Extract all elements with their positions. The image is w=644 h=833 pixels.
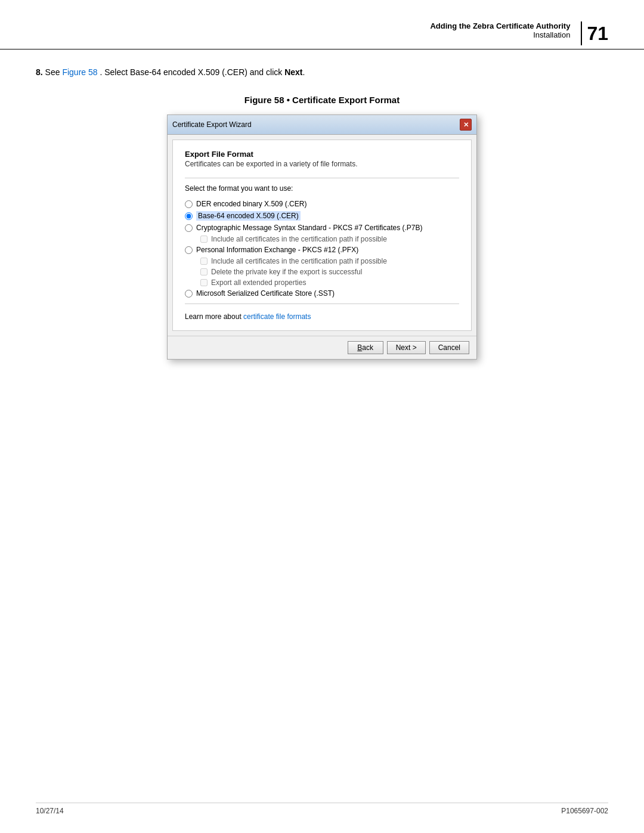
- radio-pkcs7-input[interactable]: [185, 224, 193, 232]
- divider-bottom: [185, 304, 459, 304]
- pfx-suboption-2: Delete the private key if the export is …: [200, 268, 459, 276]
- figure-link[interactable]: Figure 58: [62, 67, 97, 77]
- radio-der-label[interactable]: DER encoded binary X.509 (.CER): [196, 200, 306, 208]
- dialog-title: Certificate Export Wizard: [172, 120, 252, 129]
- pfx-suboption-3-checkbox[interactable]: [200, 279, 208, 286]
- page-header: Adding the Zebra Certificate Authority I…: [0, 0, 644, 49]
- close-button[interactable]: ✕: [460, 119, 472, 131]
- dialog-footer: Back Next > Cancel: [168, 336, 476, 359]
- dialog-body: Export File Format Certificates can be e…: [172, 140, 472, 331]
- p7b-suboption-checkbox[interactable]: [200, 236, 208, 243]
- pfx-suboption-1-checkbox[interactable]: [200, 258, 208, 265]
- radio-base64: Base-64 encoded X.509 (.CER): [185, 211, 459, 221]
- learn-more-link[interactable]: certificate file formats: [243, 312, 311, 321]
- pfx-suboption-1: Include all certificates in the certific…: [200, 257, 459, 265]
- pfx-suboption-1-label: Include all certificates in the certific…: [211, 257, 387, 265]
- pfx-suboption-2-label: Delete the private key if the export is …: [211, 268, 362, 276]
- radio-base64-label[interactable]: Base-64 encoded X.509 (.CER): [196, 211, 301, 221]
- footer-right: P1065697-002: [561, 807, 608, 815]
- page-footer: 10/27/14 P1065697-002: [36, 803, 608, 815]
- next-button[interactable]: Next >: [387, 341, 426, 354]
- radio-pfx-input[interactable]: [185, 246, 193, 254]
- radio-pkcs7: Cryptographic Message Syntax Standard - …: [185, 224, 459, 232]
- radio-pfx: Personal Information Exchange - PKCS #12…: [185, 246, 459, 254]
- p7b-suboption: Include all certificates in the certific…: [200, 235, 459, 243]
- step-intro: See: [45, 67, 63, 77]
- cancel-button[interactable]: Cancel: [429, 341, 469, 354]
- radio-der: DER encoded binary X.509 (.CER): [185, 200, 459, 208]
- radio-base64-input[interactable]: [185, 212, 193, 220]
- section-desc: Certificates can be exported in a variet…: [185, 160, 459, 168]
- pfx-suboption-3-label: Export all extended properties: [211, 278, 306, 287]
- header-text: Adding the Zebra Certificate Authority I…: [430, 21, 570, 39]
- page-number-box: 71: [576, 21, 608, 45]
- footer-left: 10/27/14: [36, 807, 64, 815]
- learn-more: Learn more about certificate file format…: [185, 312, 459, 321]
- pfx-suboption-3: Export all extended properties: [200, 278, 459, 287]
- radio-pkcs7-label[interactable]: Cryptographic Message Syntax Standard - …: [196, 224, 423, 232]
- format-prompt: Select the format you want to use:: [185, 184, 459, 193]
- divider-top: [185, 178, 459, 178]
- p7b-suboption-label: Include all certificates in the certific…: [211, 235, 387, 243]
- section-title: Export File Format: [185, 150, 459, 159]
- radio-sst-label[interactable]: Microsoft Serialized Certificate Store (…: [196, 289, 335, 298]
- step-text: 8. See Figure 58 . Select Base-64 encode…: [0, 67, 644, 77]
- page-number-divider: [581, 21, 582, 45]
- radio-sst-input[interactable]: [185, 290, 193, 298]
- dialog-titlebar: Certificate Export Wizard ✕: [168, 115, 476, 135]
- step-number: 8.: [36, 67, 43, 77]
- radio-der-input[interactable]: [185, 200, 193, 208]
- radio-pfx-label[interactable]: Personal Information Exchange - PKCS #12…: [196, 246, 358, 254]
- dialog-container: Certificate Export Wizard ✕ Export File …: [0, 114, 644, 360]
- header-subtitle: Installation: [430, 30, 570, 39]
- certificate-export-wizard: Certificate Export Wizard ✕ Export File …: [167, 114, 477, 360]
- learn-more-text: Learn more about: [185, 312, 243, 321]
- figure-title: Figure 58 • Certificate Export Format: [0, 95, 644, 105]
- step-instruction: . Select Base-64 encoded X.509 (.CER) an…: [100, 67, 305, 77]
- header-title: Adding the Zebra Certificate Authority: [430, 21, 570, 30]
- radio-sst: Microsoft Serialized Certificate Store (…: [185, 289, 459, 298]
- back-button[interactable]: Back: [348, 341, 383, 354]
- pfx-suboption-2-checkbox[interactable]: [200, 268, 208, 275]
- page-number: 71: [587, 23, 608, 45]
